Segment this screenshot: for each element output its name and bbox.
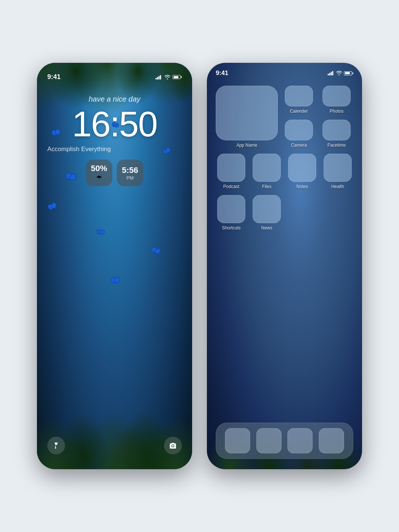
app-item-shortcuts[interactable]: Shortcuts — [216, 195, 247, 231]
health-icon — [324, 154, 352, 182]
flashlight-icon — [52, 442, 60, 449]
dock — [216, 423, 353, 459]
app-item-calender[interactable]: Calender — [282, 86, 316, 114]
svg-rect-7 — [332, 71, 333, 76]
flashlight-button[interactable] — [47, 437, 65, 454]
wifi-icon — [336, 71, 342, 75]
large-app-label: App Name — [236, 143, 258, 148]
clock-widget[interactable]: 5:56 PM — [117, 160, 143, 186]
svg-rect-6 — [331, 72, 332, 75]
podcast-icon — [217, 154, 245, 182]
photos-label: Photos — [330, 109, 343, 114]
calender-label: Calender — [290, 109, 308, 114]
files-icon — [253, 154, 281, 182]
butterfly-4 — [96, 229, 105, 236]
camera-icon — [169, 442, 177, 449]
app-item-podcast[interactable]: Podcast — [216, 154, 247, 189]
app-item-news[interactable]: News — [251, 195, 282, 231]
camera-button[interactable] — [164, 437, 182, 454]
battery-icon — [344, 71, 353, 75]
second-app-block: Podcast Files Notes Health — [216, 154, 353, 189]
lock-bottom — [47, 437, 182, 462]
weather-value: 50% — [91, 164, 107, 173]
news-label: News — [261, 225, 272, 231]
svg-rect-2 — [158, 76, 160, 79]
app-item-photos[interactable]: Photos — [320, 86, 353, 114]
umbrella-icon: ☂ — [96, 174, 102, 182]
home-status-icons — [328, 71, 353, 75]
camera-icon — [285, 120, 313, 140]
lock-status-icons — [156, 75, 182, 79]
health-label: Health — [331, 184, 344, 189]
camera-label: Camera — [291, 143, 307, 148]
lock-greeting: have a nice day — [89, 95, 140, 103]
svg-rect-1 — [157, 77, 158, 79]
svg-rect-5 — [329, 73, 330, 76]
clock-ampm: PM — [126, 175, 134, 181]
news-icon — [253, 195, 281, 223]
home-screen: 9:41 — [207, 63, 362, 469]
home-status-bar: 9:41 — [216, 63, 353, 81]
first-app-block: App Name Calender Photos Camera Facetime — [216, 86, 353, 148]
calender-icon — [285, 86, 313, 106]
app-item-notes[interactable]: Notes — [287, 154, 318, 189]
lock-status-bar: 9:41 — [47, 70, 182, 84]
weather-widget[interactable]: 50% ☂ — [86, 160, 112, 186]
notes-icon — [288, 154, 316, 182]
lock-screen: 9:41 — [37, 63, 192, 469]
svg-rect-4 — [328, 74, 329, 75]
lock-status-time: 9:41 — [47, 73, 61, 81]
notes-label: Notes — [296, 184, 308, 189]
dock-item-1[interactable] — [225, 428, 250, 453]
lock-subtitle: Accomplish Everything — [47, 146, 111, 153]
photos-icon — [323, 86, 351, 106]
signal-icon — [156, 75, 162, 79]
home-status-time: 9:41 — [216, 69, 228, 77]
files-label: Files — [262, 184, 271, 189]
app-item-health[interactable]: Health — [322, 154, 353, 189]
wifi-icon — [164, 75, 170, 79]
app-item-large[interactable]: App Name — [216, 86, 278, 148]
lock-widgets: 50% ☂ 5:56 PM — [86, 160, 143, 186]
facetime-icon — [323, 120, 351, 140]
app-item-files[interactable]: Files — [251, 154, 282, 189]
dock-item-4[interactable] — [319, 428, 344, 453]
clock-value: 5:56 — [122, 166, 138, 175]
svg-rect-0 — [156, 78, 157, 79]
dock-item-2[interactable] — [256, 428, 282, 453]
shortcuts-icon — [217, 195, 245, 223]
app-item-camera[interactable]: Camera — [282, 120, 316, 148]
podcast-label: Podcast — [223, 184, 239, 189]
home-content: 9:41 — [207, 63, 362, 469]
dock-item-3[interactable] — [287, 428, 313, 453]
large-app-icon — [216, 86, 278, 140]
svg-rect-3 — [160, 75, 161, 79]
third-app-block: Shortcuts News — [216, 195, 353, 231]
signal-icon — [328, 71, 334, 75]
battery-icon — [173, 75, 182, 79]
app-item-facetime[interactable]: Facetime — [320, 120, 353, 148]
facetime-label: Facetime — [327, 143, 345, 148]
shortcuts-label: Shortcuts — [222, 225, 241, 231]
